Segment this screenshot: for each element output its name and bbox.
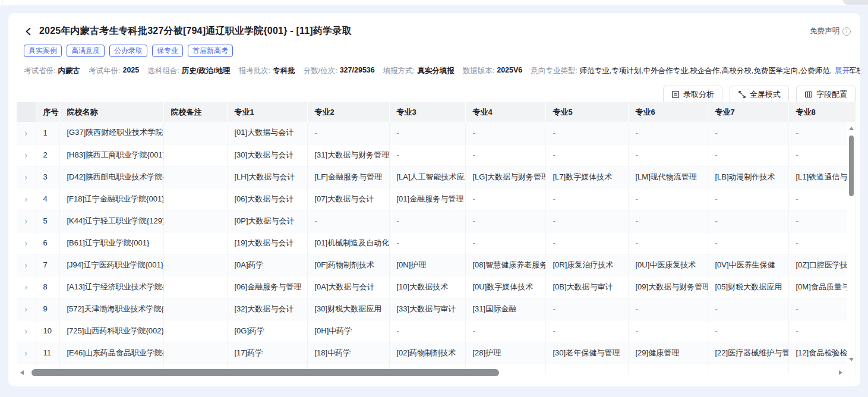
major-cell: - xyxy=(465,122,545,144)
major-cell: [LA]人工智能技术应用 xyxy=(389,166,465,188)
major-cell: [17]药学 xyxy=(227,342,307,364)
field-config-button[interactable]: 字段配置 xyxy=(796,86,856,103)
fullscreen-mode-label: 全屏模式 xyxy=(750,89,781,100)
info-icon[interactable]: i xyxy=(842,27,851,36)
table-row: ›11[E46]山东药品食品职业学院{001}[17]药学[18]中药学[02]… xyxy=(17,342,856,364)
major-cell: [01]大数据与会计 xyxy=(227,122,307,144)
major-cell: [05]财税大数据应用 xyxy=(708,276,788,298)
chevron-right-icon[interactable]: › xyxy=(25,128,27,138)
info-field-value: 师范专业,专项计划,中外合作专业,校企合作,高校分校,免费医学定向,公费师范,警… xyxy=(580,66,860,76)
info-field-label: 意向专业类型: xyxy=(531,66,577,76)
chevron-right-icon[interactable]: › xyxy=(25,282,27,292)
major-cell: - xyxy=(788,232,856,254)
major-cell: - xyxy=(788,188,856,210)
chevron-right-icon[interactable]: › xyxy=(25,260,27,270)
case-tag: 保专业 xyxy=(152,45,183,57)
horizontal-scrollbar-thumb[interactable] xyxy=(31,369,499,376)
back-icon[interactable] xyxy=(24,27,33,36)
major-cell: [30]财税大数据应用 xyxy=(307,298,389,320)
column-header: 专业1 xyxy=(227,102,307,122)
row-number-cell: 6 xyxy=(36,232,59,254)
school-name-cell: [E46]山东药品食品职业学院{001} xyxy=(59,342,163,364)
column-header: 专业5 xyxy=(545,102,628,122)
row-number-cell: 11 xyxy=(36,342,59,364)
expand-row-cell: › xyxy=(17,254,36,276)
chevron-right-icon[interactable]: › xyxy=(25,172,27,182)
major-cell: [LM]现代物流管理 xyxy=(628,166,708,188)
major-cell: - xyxy=(628,144,708,166)
chevron-right-icon[interactable]: › xyxy=(25,304,27,314)
top-strip xyxy=(0,0,868,5)
school-name-cell: [H83]陕西工商职业学院{001} xyxy=(59,144,163,166)
major-cell: [22]医疗器械维护与管理 xyxy=(708,342,788,364)
school-remark-cell xyxy=(163,254,227,276)
school-name-cell: [G37]陕西财经职业技术学院{001} xyxy=(59,122,163,144)
chevron-right-icon[interactable]: › xyxy=(25,150,27,160)
admission-analysis-button[interactable]: 录取分析 xyxy=(663,86,722,103)
row-number-cell: 7 xyxy=(36,254,59,276)
scroll-down-icon[interactable] xyxy=(849,358,854,361)
table-row: ›3[D42]陕西邮电职业技术学院{001}[LH]大数据与会计[LF]金融服务… xyxy=(17,166,856,188)
table-row: ›1[G37]陕西财经职业技术学院{001}[01]大数据与会计------- xyxy=(17,122,856,144)
vertical-scrollbar-thumb[interactable] xyxy=(849,136,854,196)
info-field-value: 历史/政治/地理 xyxy=(182,66,231,76)
scroll-up-icon[interactable] xyxy=(849,127,854,130)
major-cell: [31]国际金融 xyxy=(465,298,545,320)
school-name-cell: [B61]辽宁职业学院{001} xyxy=(59,232,163,254)
school-remark-cell xyxy=(163,298,227,320)
major-cell: [0H]中药学 xyxy=(307,320,389,342)
major-cell: [LF]金融服务与管理 xyxy=(307,166,389,188)
case-tag: 首届新高考 xyxy=(188,45,233,57)
scroll-right-icon[interactable] xyxy=(839,370,842,375)
analysis-icon xyxy=(671,90,680,99)
column-header: 专业6 xyxy=(628,102,708,122)
results-table: 序号院校名称院校备注专业1专业2专业3专业4专业5专业6专业7专业8 ›1[G3… xyxy=(17,102,856,374)
chevron-right-icon[interactable]: › xyxy=(25,238,27,248)
major-cell: - xyxy=(389,232,465,254)
column-header: 序号 xyxy=(36,102,59,122)
major-cell: - xyxy=(788,144,856,166)
school-remark-cell xyxy=(163,320,227,342)
fullscreen-mode-button[interactable]: 全屏模式 xyxy=(730,86,789,103)
table-wrap: 序号院校名称院校备注专业1专业2专业3专业4专业5专业6专业7专业8 ›1[G3… xyxy=(17,102,856,374)
major-cell: - xyxy=(545,320,628,342)
major-cell: - xyxy=(708,298,788,320)
major-cell: - xyxy=(708,188,788,210)
major-cell: - xyxy=(465,188,545,210)
major-cell: [LH]大数据与会计 xyxy=(227,166,307,188)
major-cell: [0A]大数据与会计 xyxy=(307,276,389,298)
info-field-value: 真实分填报 xyxy=(417,66,454,76)
expand-link[interactable]: 展开 xyxy=(831,66,850,76)
table-row: ›8[A13]辽宁经济职业技术学院{001}[06]金融服务与管理[0A]大数据… xyxy=(17,276,856,298)
expand-row-cell: › xyxy=(17,232,36,254)
major-cell: - xyxy=(389,210,465,232)
major-cell: [L1]铁道通信与信息 xyxy=(788,166,856,188)
info-field-value: 专科批 xyxy=(273,66,295,76)
info-field-label: 选科组合: xyxy=(147,66,179,76)
major-cell: [0Z]口腔医学技术 xyxy=(788,254,856,276)
chevron-right-icon[interactable]: › xyxy=(25,194,27,204)
major-cell: [06]大数据与会计 xyxy=(227,188,307,210)
major-cell: [28]护理 xyxy=(465,342,545,364)
major-cell: - xyxy=(389,320,465,342)
chevron-right-icon[interactable]: › xyxy=(25,216,27,226)
horizontal-scrollbar[interactable] xyxy=(17,370,856,378)
free-disclaimer-link[interactable]: 免费声明 i xyxy=(810,26,851,36)
table-row: ›2[H83]陕西工商职业学院{001}[30]大数据与会计[31]大数据与财务… xyxy=(17,144,856,166)
school-remark-cell xyxy=(163,188,227,210)
major-cell: - xyxy=(545,232,628,254)
info-field: 考试年份:2025 xyxy=(89,66,139,76)
expand-row-cell: › xyxy=(17,166,36,188)
scroll-left-icon[interactable] xyxy=(20,370,24,375)
major-cell: - xyxy=(465,210,545,232)
info-row: 考试省份:内蒙古考试年份:2025选科组合:历史/政治/地理报考批次:专科批分数… xyxy=(8,57,860,76)
table-row: ›10[725]山西药科职业学院{002}[0G]药学[0H]中药学------ xyxy=(17,320,856,342)
chevron-right-icon[interactable]: › xyxy=(25,326,27,336)
major-cell: - xyxy=(628,232,708,254)
column-header: 院校备注 xyxy=(163,102,227,122)
major-cell: [0F]药物制剂技术 xyxy=(307,254,389,276)
major-cell: [30]老年保健与管理 xyxy=(545,342,628,364)
vertical-scrollbar[interactable] xyxy=(847,122,856,364)
chevron-right-icon[interactable]: › xyxy=(25,348,27,358)
major-cell: [0N]护理 xyxy=(389,254,465,276)
